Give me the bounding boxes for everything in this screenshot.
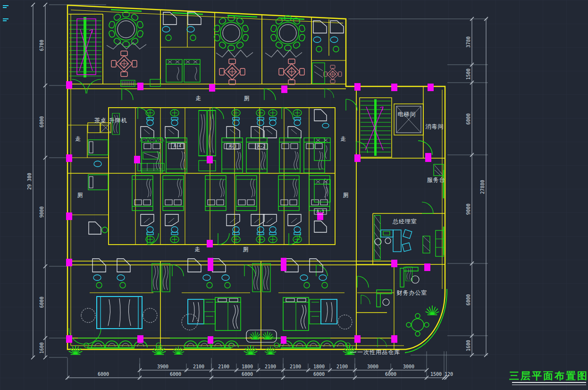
label-gm-office: 总经理室 [392, 218, 417, 225]
dim-left-6000a: 6000 [39, 116, 44, 127]
title-block: 三层平面布置图 [509, 370, 588, 385]
dim-bottom-6000-3: 6000 [242, 372, 253, 377]
dim-bottom-6000-4: 6000 [313, 372, 325, 377]
label-corridor-top: 走 [196, 95, 202, 102]
dim-detail-1800b: 1800 [313, 364, 325, 369]
label-tea-lift: 茶桌 升降机 [94, 117, 127, 124]
dim-detail-2100c: 2100 [265, 364, 276, 369]
tag-a1: A-1 [317, 209, 324, 214]
label-toilet-bottom: 厕 [243, 246, 249, 253]
dim-right-overall: 27880 [480, 180, 485, 194]
dim-right-9000: 9000 [466, 203, 471, 215]
dim-detail-3000a: 3000 [367, 364, 378, 369]
label-disinfect-room: 消毒间 [426, 123, 444, 130]
tag-a4: A-4 [174, 144, 181, 148]
dim-bottom-6000-2: 6000 [170, 372, 181, 377]
dim-left-6000b: 6000 [39, 297, 44, 308]
dim-detail-2100e: 2100 [336, 364, 348, 369]
dim-bottom-6000-5: 6000 [385, 372, 396, 377]
dim-left-6700: 6700 [39, 40, 44, 51]
tag-a2: A-2 [258, 144, 265, 149]
label-toilet-top: 厕 [244, 95, 250, 102]
dim-right-1500: 1500 [466, 68, 471, 80]
floorplan-canvas[interactable]: 6000 6000 6000 6000 6000 1500 120 3900 2… [0, 0, 588, 390]
label-corridor-left: 走 [76, 136, 82, 142]
dim-left-overall: 29 300 [27, 173, 32, 190]
dim-right-6000a: 6000 [466, 113, 471, 125]
dim-right-6000b: 6000 [466, 294, 471, 305]
dim-detail-3000b: 3000 [403, 364, 414, 369]
label-warehouse: 一次性用品仓库 [357, 349, 400, 356]
dim-bottom-6000-1: 6000 [98, 372, 109, 377]
dim-detail-1800a: 1800 [242, 364, 253, 369]
dim-detail-2100b: 2100 [218, 364, 229, 369]
canvas-grid [0, 0, 588, 390]
cad-viewport[interactable]: 6000 6000 6000 6000 6000 1500 120 3900 2… [0, 0, 588, 390]
dim-left-1600: 1600 [39, 342, 44, 354]
dim-left-9000: 9000 [39, 206, 44, 218]
label-toilet-right: 厕 [343, 192, 349, 198]
drawing-title: 三层平面布置图 [509, 370, 588, 382]
label-corridor-bottom: 走 [195, 246, 201, 253]
label-elevator-room: 电梯间 [398, 111, 416, 118]
dim-right-3780: 3780 [466, 36, 471, 48]
label-corridor-right: 走 [341, 136, 347, 142]
dim-detail-3900: 3900 [157, 364, 168, 369]
dim-detail-2100a: 2100 [193, 364, 204, 369]
tag-a3: A-3 [229, 144, 236, 149]
label-toilet-left: 厕 [77, 192, 84, 198]
dim-bottom-1500-120: 1500 120 [430, 372, 453, 377]
label-service-desk: 服务台 [427, 177, 445, 183]
dim-right-1600: 1600 [466, 340, 471, 351]
label-finance-office: 财务办公室 [397, 289, 428, 296]
dim-detail-2100d: 2100 [290, 364, 301, 369]
